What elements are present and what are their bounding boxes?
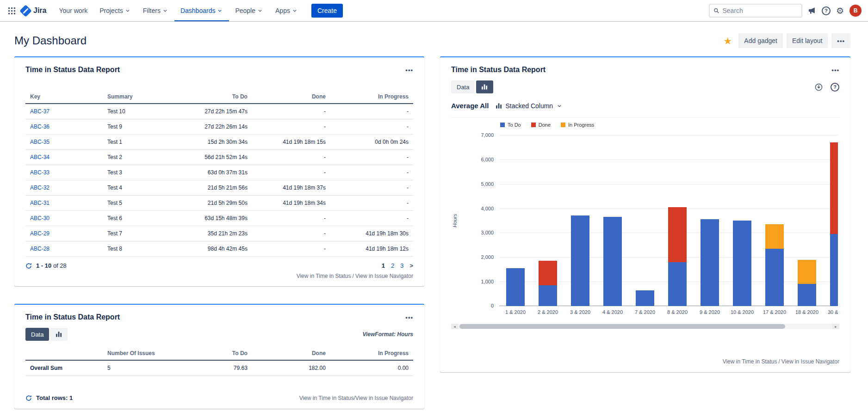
bar-segment-in-progress[interactable]	[798, 260, 816, 284]
chart-tab[interactable]	[476, 80, 493, 93]
column-header-done: Done	[252, 91, 330, 104]
scrollbar-track[interactable]	[458, 324, 832, 329]
gadget-more-button[interactable]: •••	[831, 67, 839, 74]
scroll-left-arrow[interactable]: ◄	[451, 324, 458, 329]
chevron-down-icon	[556, 103, 563, 109]
bar-segment-to-do[interactable]	[668, 262, 687, 306]
table-cell: 27d 22h 26m 14s	[179, 119, 252, 135]
avatar[interactable]: B	[849, 5, 862, 17]
chevron-down-icon	[257, 7, 263, 14]
table-cell: Test 6	[103, 211, 179, 226]
issue-key-link[interactable]: ABC-30	[30, 215, 50, 221]
chart-help-icon[interactable]: ?	[831, 83, 839, 92]
search-box[interactable]	[709, 4, 802, 18]
x-tick-label: 1 & 2020	[499, 309, 532, 315]
jira-logo[interactable]: Jira	[21, 0, 46, 21]
help-icon[interactable]: ?	[822, 6, 831, 15]
favorite-star-icon[interactable]: ★	[724, 36, 732, 46]
settings-gear-icon[interactable]: ⚙	[836, 6, 844, 15]
bar-segment-to-do[interactable]	[798, 284, 816, 306]
view-in-issue-navigator-link[interactable]: View in Issue Navigator	[781, 358, 839, 365]
column-header-to-do: To Do	[179, 91, 252, 104]
legend-item-in-progress[interactable]: In Progress	[561, 122, 594, 128]
chart-tab[interactable]	[50, 328, 68, 341]
issue-key-cell: ABC-33	[25, 165, 103, 180]
bar-segment-to-do[interactable]	[571, 215, 589, 306]
dashboard-more-button[interactable]: •••	[831, 33, 850, 48]
page-link-2[interactable]: 2	[391, 262, 394, 269]
dashboard-page: My Dashboard ★ Add gadget Edit layout ••…	[0, 21, 868, 409]
issue-key-link[interactable]: ABC-33	[30, 169, 50, 176]
issue-key-link[interactable]: ABC-31	[30, 200, 50, 206]
nav-item-label: Your work	[59, 7, 87, 14]
bar-segment-done[interactable]	[668, 207, 687, 262]
bar-segment-to-do[interactable]	[701, 219, 719, 306]
legend-item-done[interactable]: Done	[531, 122, 551, 128]
issue-key-link[interactable]: ABC-37	[30, 108, 50, 115]
column-header-in-progress: In Progress	[330, 347, 413, 360]
view-in-time-in-status-link[interactable]: View in Time in Status	[723, 358, 777, 365]
jira-logo-icon	[19, 5, 32, 17]
table-header-row: KeySummaryTo DoDoneIn Progress	[25, 91, 413, 104]
legend-label: To Do	[508, 122, 521, 128]
bar-segment-to-do[interactable]	[603, 217, 622, 306]
bar-segment-to-do[interactable]	[830, 234, 838, 306]
export-chart-icon[interactable]	[814, 83, 823, 92]
create-button[interactable]: Create	[311, 4, 343, 18]
table-cell: -	[252, 241, 330, 257]
issue-key-link[interactable]: ABC-32	[30, 184, 50, 191]
refresh-icon[interactable]	[25, 395, 32, 401]
view-in-issue-navigator-link[interactable]: View in Issue Navigator	[355, 395, 413, 401]
bar-segment-to-do[interactable]	[765, 249, 784, 306]
nav-item-your-work[interactable]: Your work	[53, 0, 93, 21]
y-tick-label: 2,000	[481, 254, 494, 260]
legend-item-to-do[interactable]: To Do	[500, 122, 521, 128]
bar-segment-done[interactable]	[830, 142, 838, 234]
gadget-more-button[interactable]: •••	[405, 314, 413, 321]
bar-segment-in-progress[interactable]	[765, 224, 784, 249]
top-navigation: Jira Your workProjectsFiltersDashboardsP…	[0, 0, 868, 21]
bar-segment-to-do[interactable]	[733, 221, 751, 306]
issue-key-link[interactable]: ABC-34	[30, 154, 50, 160]
nav-item-apps[interactable]: Apps	[269, 0, 304, 21]
table-row: ABC-29Test 735d 21h 2m 23s-41d 19h 18m 3…	[25, 226, 413, 241]
table-row: ABC-33Test 363d 0h 37m 31s--	[25, 165, 413, 180]
scroll-right-arrow[interactable]: ►	[832, 324, 839, 329]
add-gadget-button[interactable]: Add gadget	[738, 33, 783, 48]
scrollbar-thumb[interactable]	[459, 324, 785, 329]
data-tab[interactable]: Data	[25, 328, 49, 341]
view-in-issue-navigator-link[interactable]: View in Issue Navigator	[355, 273, 413, 279]
table-cell: -	[252, 165, 330, 180]
app-switcher-icon[interactable]	[4, 0, 19, 21]
edit-layout-button[interactable]: Edit layout	[787, 33, 828, 48]
nav-item-people[interactable]: People	[229, 0, 269, 21]
issue-key-cell: ABC-32	[25, 180, 103, 196]
nav-item-projects[interactable]: Projects	[93, 0, 137, 21]
table-row: ABC-32Test 421d 5h 21m 56s41d 19h 18m 37…	[25, 180, 413, 196]
issue-key-cell: ABC-29	[25, 226, 103, 241]
announcements-icon[interactable]	[808, 6, 816, 15]
issue-key-link[interactable]: ABC-36	[30, 123, 50, 130]
issue-key-link[interactable]: ABC-35	[30, 139, 50, 145]
bar-segment-to-do[interactable]	[636, 290, 654, 306]
data-tab[interactable]: Data	[451, 80, 475, 93]
view-in-time-in-status-link[interactable]: View in Time in Status	[297, 273, 351, 279]
nav-item-filters[interactable]: Filters	[137, 0, 174, 21]
nav-item-dashboards[interactable]: Dashboards	[174, 0, 229, 21]
primary-nav: Your workProjectsFiltersDashboardsPeople…	[53, 0, 304, 21]
issue-key-link[interactable]: ABC-29	[30, 230, 50, 237]
gadget-more-button[interactable]: •••	[405, 67, 413, 74]
chart-horizontal-scrollbar[interactable]: ◄ ►	[451, 324, 839, 329]
chart-type-dropdown[interactable]: Stacked Column	[496, 102, 563, 110]
bar-segment-done[interactable]	[539, 261, 557, 285]
bar-segment-to-do[interactable]	[539, 285, 557, 306]
view-in-time-in-status-link[interactable]: View in Time in Status	[299, 395, 354, 401]
next-page-arrow[interactable]: >	[409, 262, 413, 269]
page-link-3[interactable]: 3	[400, 262, 403, 269]
bar-segment-to-do[interactable]	[506, 268, 525, 306]
table-cell: 98d 4h 42m 45s	[179, 241, 252, 257]
issue-key-link[interactable]: ABC-28	[30, 246, 50, 252]
search-input[interactable]	[722, 7, 798, 14]
view-toggle: Data	[451, 80, 493, 93]
refresh-icon[interactable]	[25, 263, 32, 269]
